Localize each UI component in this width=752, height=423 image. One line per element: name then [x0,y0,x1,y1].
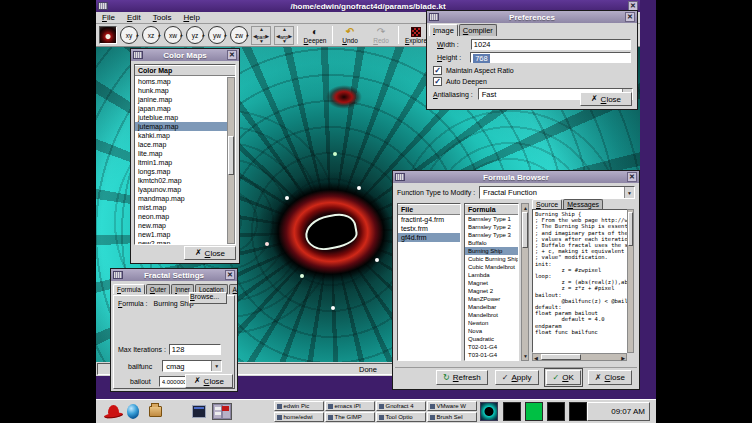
colormap-item[interactable]: mist.map [135,203,227,212]
tab[interactable]: Image [429,24,458,36]
max-iterations-input[interactable] [169,344,221,355]
width-input[interactable] [471,39,631,50]
menu-item[interactable]: Tools [153,13,172,22]
colormap-item[interactable]: japan.map [135,104,227,113]
task-button[interactable]: home/edwi [274,412,324,422]
gnofract-fractal-icon[interactable] [480,402,498,421]
formula-item[interactable]: Lambda [465,271,518,279]
terminal-launcher[interactable] [192,405,205,418]
maintain-aspect-checkbox[interactable]: ✓ [433,66,442,75]
source-vscrollbar[interactable] [627,209,634,353]
colormap-item[interactable]: neon.map [135,212,227,221]
colormap-item[interactable]: new2.map [135,239,227,245]
web-browser-launcher[interactable] [127,404,139,419]
formula-item[interactable]: ManZPower [465,295,518,303]
ok-button[interactable]: ✓ OK [546,370,581,385]
rotate-button[interactable]: yw [208,26,226,44]
rotate-button[interactable]: zw [230,26,248,44]
task-button[interactable]: edwin Pic [274,401,324,411]
tab[interactable]: Compiler [459,24,497,36]
colormap-scrollbar[interactable] [227,77,235,244]
workspace-pager[interactable] [212,403,232,420]
dialog-titlebar[interactable]: Preferences ✕ [427,11,637,23]
colormap-item[interactable]: lace.map [135,140,227,149]
formula-item[interactable]: Barnsley Type 1 [465,215,518,223]
apply-button[interactable]: ✓ Apply [495,370,539,385]
task-button[interactable]: VMware W [427,401,477,411]
colormap-item[interactable]: lkmtch02.map [135,176,227,185]
tab[interactable]: Formula [113,284,145,294]
formula-item[interactable]: Mandelbrot [465,311,518,319]
undo-button[interactable]: ↶ Undo [336,24,364,46]
dialog-titlebar[interactable]: Color Maps ✕ [131,49,239,61]
colormap-item[interactable]: homs.map [135,77,227,86]
pan-control[interactable]: ▲ ▼ ◀ ▶ pan [251,26,271,45]
rotate-button[interactable]: xy [120,26,138,44]
formula-item[interactable]: Magnet [465,279,518,287]
file-item[interactable]: gf4d.frm [398,233,460,242]
refresh-button[interactable]: ↻ Refresh [436,370,488,385]
window-menu-icon[interactable] [395,173,405,181]
formula-item[interactable]: Barnsley Type 2 [465,223,518,231]
colormap-column-header[interactable]: Color Map [135,65,235,76]
menu-item[interactable]: Edit [127,13,141,22]
close-button[interactable]: ✗ Close [588,370,632,385]
file-manager-launcher[interactable] [149,406,162,417]
formula-item[interactable]: Magnet 2 [465,287,518,295]
task-button[interactable]: emacs iPl [325,401,375,411]
formula-item[interactable]: Cubic Burning Ship [465,255,518,263]
colormap-item[interactable]: hunk.map [135,86,227,95]
task-button[interactable]: The GIMP [325,412,375,422]
source-hscrollbar[interactable]: ◀ ▶ [532,353,627,361]
auto-deepen-checkbox[interactable]: ✓ [433,77,442,86]
colormap-item[interactable]: janine.map [135,95,227,104]
formula-item[interactable]: Buffalo [465,239,518,247]
dialog-titlebar[interactable]: Formula Browser ✕ [393,171,639,183]
close-icon[interactable]: ✕ [227,50,237,60]
window-menu-icon[interactable] [429,13,439,21]
color-preview-swatch[interactable] [99,26,117,44]
formula-item[interactable]: T03-01-G4 [465,351,518,359]
formula-item[interactable]: Nova [465,327,518,335]
task-button[interactable]: Tool Optio [376,412,426,422]
workspace-cell[interactable] [213,404,222,419]
colormap-item[interactable]: jutemap.map [135,122,227,131]
task-button[interactable]: Gnofract 4 [376,401,426,411]
close-button[interactable]: ✗ Close [185,374,233,388]
formula-column-header[interactable]: Formula [465,204,518,215]
tab[interactable]: Messages [563,199,603,209]
file-item[interactable]: testx.frm [398,224,460,233]
formula-item[interactable]: Burning Ship [465,247,518,255]
colormap-item[interactable]: lite.map [135,149,227,158]
tab[interactable]: Source [532,199,562,209]
tab[interactable]: Outer [146,284,170,294]
colormap-item[interactable]: kahki.map [135,131,227,140]
menu-item[interactable]: Help [183,13,199,22]
formula-item[interactable]: T02-01-G4 [465,343,518,351]
formula-item[interactable]: Barnsley Type 3 [465,231,518,239]
task-button[interactable]: Brush Sel [427,412,477,422]
tab[interactable]: Angles [229,284,237,294]
rotate-button[interactable]: yz [186,26,204,44]
close-button[interactable]: ✗ Close [184,246,236,260]
close-icon[interactable]: ✕ [627,172,637,182]
rotate-button[interactable]: xw [164,26,182,44]
source-code[interactable]: Burning Ship {; From the web page http:/… [532,209,634,353]
colormap-item[interactable]: lyapunov.map [135,185,227,194]
formula-item[interactable]: Cubic Mandelbrot [465,263,518,271]
formula-item[interactable]: Quadratic [465,335,518,343]
bailfunc-select[interactable]: cmag ▼ [162,360,222,372]
color-swatch-window[interactable] [525,402,543,421]
browse-button[interactable]: Browse... [189,292,227,304]
color-swatch-window[interactable] [569,402,587,421]
colormap-item[interactable]: longs.map [135,167,227,176]
rotate-button[interactable]: xz [142,26,160,44]
redo-button[interactable]: ↷ Redo [367,24,395,46]
height-input[interactable]: 768 [470,52,631,63]
close-icon[interactable]: ✕ [625,12,635,22]
close-icon[interactable]: ✕ [225,270,235,280]
window-menu-icon[interactable] [98,2,108,10]
dialog-titlebar[interactable]: Fractal Settings ✕ [111,269,237,281]
colormap-item[interactable]: mandmap.map [135,194,227,203]
deepen-button[interactable]: ◐ Deepen [301,24,329,46]
